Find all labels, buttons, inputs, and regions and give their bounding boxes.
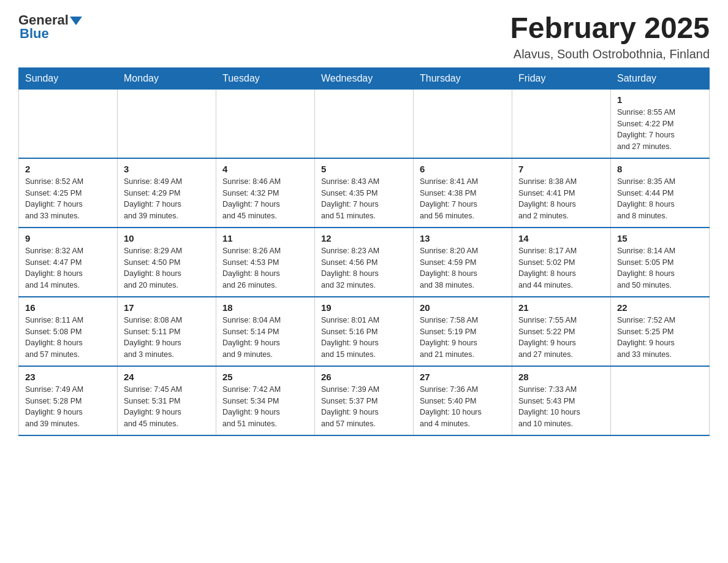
- calendar-week-row: 1Sunrise: 8:55 AMSunset: 4:22 PMDaylight…: [19, 89, 710, 158]
- day-number: 10: [124, 233, 210, 243]
- day-info: Sunrise: 8:01 AMSunset: 5:16 PMDaylight:…: [321, 315, 407, 361]
- calendar-cell: 6Sunrise: 8:41 AMSunset: 4:38 PMDaylight…: [414, 158, 512, 228]
- calendar-cell: 9Sunrise: 8:32 AMSunset: 4:47 PMDaylight…: [19, 228, 118, 297]
- calendar-cell: 7Sunrise: 8:38 AMSunset: 4:41 PMDaylight…: [512, 158, 611, 228]
- page-header: General Blue February 2025 Alavus, South…: [18, 12, 710, 61]
- calendar-cell: 3Sunrise: 8:49 AMSunset: 4:29 PMDaylight…: [118, 158, 216, 228]
- calendar-header: SundayMondayTuesdayWednesdayThursdayFrid…: [19, 67, 710, 89]
- weekday-header-friday: Friday: [512, 67, 611, 89]
- day-number: 16: [25, 302, 111, 313]
- calendar-cell: 23Sunrise: 7:49 AMSunset: 5:28 PMDayligh…: [19, 366, 118, 435]
- day-number: 4: [222, 164, 308, 174]
- day-number: 7: [518, 164, 604, 174]
- calendar-cell: [414, 89, 512, 158]
- day-number: 9: [25, 233, 111, 243]
- calendar-week-row: 23Sunrise: 7:49 AMSunset: 5:28 PMDayligh…: [19, 366, 710, 435]
- calendar-cell: 8Sunrise: 8:35 AMSunset: 4:44 PMDaylight…: [611, 158, 710, 228]
- day-number: 15: [617, 233, 703, 243]
- calendar-cell: [611, 366, 710, 435]
- calendar-cell: 10Sunrise: 8:29 AMSunset: 4:50 PMDayligh…: [118, 228, 216, 297]
- logo: General Blue: [18, 12, 82, 42]
- calendar-cell: 11Sunrise: 8:26 AMSunset: 4:53 PMDayligh…: [216, 228, 315, 297]
- day-number: 19: [321, 302, 407, 313]
- calendar-cell: 24Sunrise: 7:45 AMSunset: 5:31 PMDayligh…: [118, 366, 216, 435]
- day-info: Sunrise: 8:11 AMSunset: 5:08 PMDaylight:…: [25, 315, 111, 361]
- day-info: Sunrise: 7:52 AMSunset: 5:25 PMDaylight:…: [617, 315, 703, 361]
- calendar-cell: 25Sunrise: 7:42 AMSunset: 5:34 PMDayligh…: [216, 366, 315, 435]
- day-number: 24: [124, 372, 210, 382]
- day-info: Sunrise: 8:43 AMSunset: 4:35 PMDaylight:…: [321, 176, 407, 222]
- calendar-cell: 26Sunrise: 7:39 AMSunset: 5:37 PMDayligh…: [315, 366, 414, 435]
- calendar-subtitle: Alavus, South Ostrobothnia, Finland: [510, 47, 710, 61]
- day-number: 21: [518, 302, 604, 313]
- calendar-cell: [118, 89, 216, 158]
- weekday-header-saturday: Saturday: [611, 67, 710, 89]
- calendar-table: SundayMondayTuesdayWednesdayThursdayFrid…: [18, 67, 710, 436]
- calendar-cell: 18Sunrise: 8:04 AMSunset: 5:14 PMDayligh…: [216, 297, 315, 366]
- calendar-cell: 28Sunrise: 7:33 AMSunset: 5:43 PMDayligh…: [512, 366, 611, 435]
- weekday-header-sunday: Sunday: [19, 67, 118, 89]
- calendar-cell: 14Sunrise: 8:17 AMSunset: 5:02 PMDayligh…: [512, 228, 611, 297]
- day-info: Sunrise: 8:38 AMSunset: 4:41 PMDaylight:…: [518, 176, 604, 222]
- day-number: 6: [420, 164, 506, 174]
- calendar-cell: 13Sunrise: 8:20 AMSunset: 4:59 PMDayligh…: [414, 228, 512, 297]
- day-info: Sunrise: 8:20 AMSunset: 4:59 PMDaylight:…: [420, 245, 506, 291]
- day-info: Sunrise: 8:29 AMSunset: 4:50 PMDaylight:…: [124, 245, 210, 291]
- logo-blue-text: Blue: [20, 26, 49, 42]
- day-info: Sunrise: 7:55 AMSunset: 5:22 PMDaylight:…: [518, 315, 604, 361]
- day-info: Sunrise: 7:39 AMSunset: 5:37 PMDaylight:…: [321, 384, 407, 430]
- day-info: Sunrise: 8:23 AMSunset: 4:56 PMDaylight:…: [321, 245, 407, 291]
- day-info: Sunrise: 8:17 AMSunset: 5:02 PMDaylight:…: [518, 245, 604, 291]
- calendar-cell: 12Sunrise: 8:23 AMSunset: 4:56 PMDayligh…: [315, 228, 414, 297]
- day-number: 17: [124, 302, 210, 313]
- day-number: 2: [25, 164, 111, 174]
- calendar-body: 1Sunrise: 8:55 AMSunset: 4:22 PMDaylight…: [19, 89, 710, 435]
- weekday-header-row: SundayMondayTuesdayWednesdayThursdayFrid…: [19, 67, 710, 89]
- day-number: 12: [321, 233, 407, 243]
- calendar-week-row: 9Sunrise: 8:32 AMSunset: 4:47 PMDaylight…: [19, 228, 710, 297]
- calendar-cell: 21Sunrise: 7:55 AMSunset: 5:22 PMDayligh…: [512, 297, 611, 366]
- day-number: 28: [518, 372, 604, 382]
- weekday-header-monday: Monday: [118, 67, 216, 89]
- day-number: 18: [222, 302, 308, 313]
- day-info: Sunrise: 8:26 AMSunset: 4:53 PMDaylight:…: [222, 245, 308, 291]
- calendar-cell: 22Sunrise: 7:52 AMSunset: 5:25 PMDayligh…: [611, 297, 710, 366]
- day-number: 22: [617, 302, 703, 313]
- day-info: Sunrise: 7:33 AMSunset: 5:43 PMDaylight:…: [518, 384, 604, 430]
- day-info: Sunrise: 7:42 AMSunset: 5:34 PMDaylight:…: [222, 384, 308, 430]
- title-block: February 2025 Alavus, South Ostrobothnia…: [510, 12, 710, 61]
- day-info: Sunrise: 8:04 AMSunset: 5:14 PMDaylight:…: [222, 315, 308, 361]
- calendar-cell: 4Sunrise: 8:46 AMSunset: 4:32 PMDaylight…: [216, 158, 315, 228]
- day-info: Sunrise: 8:08 AMSunset: 5:11 PMDaylight:…: [124, 315, 210, 361]
- calendar-cell: 16Sunrise: 8:11 AMSunset: 5:08 PMDayligh…: [19, 297, 118, 366]
- calendar-cell: 20Sunrise: 7:58 AMSunset: 5:19 PMDayligh…: [414, 297, 512, 366]
- day-number: 1: [617, 94, 703, 105]
- calendar-week-row: 2Sunrise: 8:52 AMSunset: 4:25 PMDaylight…: [19, 158, 710, 228]
- weekday-header-tuesday: Tuesday: [216, 67, 315, 89]
- day-info: Sunrise: 7:58 AMSunset: 5:19 PMDaylight:…: [420, 315, 506, 361]
- weekday-header-wednesday: Wednesday: [315, 67, 414, 89]
- day-number: 5: [321, 164, 407, 174]
- calendar-cell: 2Sunrise: 8:52 AMSunset: 4:25 PMDaylight…: [19, 158, 118, 228]
- calendar-cell: [512, 89, 611, 158]
- day-number: 23: [25, 372, 111, 382]
- day-number: 20: [420, 302, 506, 313]
- day-info: Sunrise: 8:46 AMSunset: 4:32 PMDaylight:…: [222, 176, 308, 222]
- day-number: 13: [420, 233, 506, 243]
- day-info: Sunrise: 8:35 AMSunset: 4:44 PMDaylight:…: [617, 176, 703, 222]
- calendar-cell: [19, 89, 118, 158]
- day-info: Sunrise: 8:41 AMSunset: 4:38 PMDaylight:…: [420, 176, 506, 222]
- day-info: Sunrise: 8:55 AMSunset: 4:22 PMDaylight:…: [617, 107, 703, 153]
- day-number: 26: [321, 372, 407, 382]
- day-number: 11: [222, 233, 308, 243]
- day-info: Sunrise: 8:52 AMSunset: 4:25 PMDaylight:…: [25, 176, 111, 222]
- calendar-cell: 19Sunrise: 8:01 AMSunset: 5:16 PMDayligh…: [315, 297, 414, 366]
- calendar-cell: 5Sunrise: 8:43 AMSunset: 4:35 PMDaylight…: [315, 158, 414, 228]
- calendar-cell: 27Sunrise: 7:36 AMSunset: 5:40 PMDayligh…: [414, 366, 512, 435]
- calendar-week-row: 16Sunrise: 8:11 AMSunset: 5:08 PMDayligh…: [19, 297, 710, 366]
- day-info: Sunrise: 7:36 AMSunset: 5:40 PMDaylight:…: [420, 384, 506, 430]
- day-info: Sunrise: 7:45 AMSunset: 5:31 PMDaylight:…: [124, 384, 210, 430]
- logo-arrow-icon: [70, 17, 82, 25]
- calendar-cell: [216, 89, 315, 158]
- day-number: 3: [124, 164, 210, 174]
